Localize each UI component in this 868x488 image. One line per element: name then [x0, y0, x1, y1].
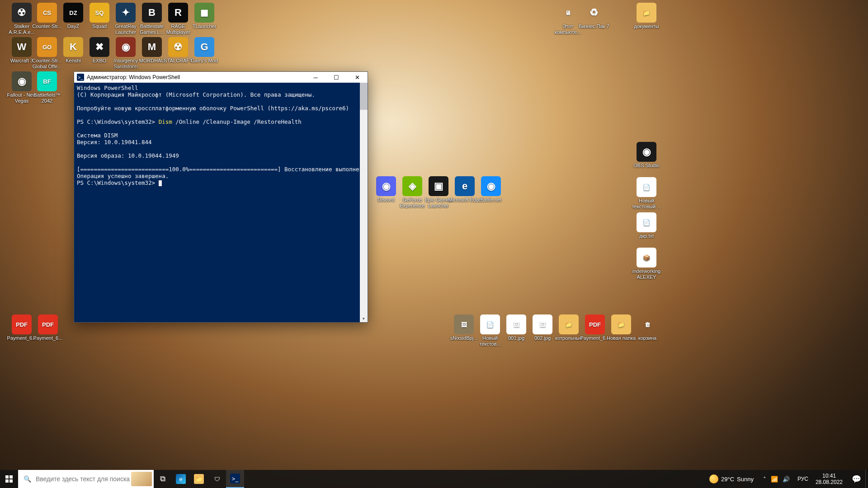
icon-label: Garry's Mod: [187, 58, 222, 64]
tray-volume-icon[interactable]: 🔊: [781, 475, 791, 483]
weather-temp: 29°C: [721, 476, 734, 483]
desktop-icon[interactable]: PDFPayment_6...: [31, 314, 65, 341]
icon-label: inderworking ALEXEY: [629, 268, 664, 280]
task-view-button[interactable]: ⧉: [154, 470, 172, 488]
desktop-icon[interactable]: 📦inderworking ALEXEY: [629, 248, 664, 280]
close-button[interactable]: ✕: [347, 72, 368, 83]
app-icon: 📄: [480, 314, 500, 334]
icon-label: Бизнес Пак 7: [577, 23, 611, 29]
term-line: Windows PowerShell: [77, 84, 138, 91]
maximize-button[interactable]: ☐: [326, 72, 347, 83]
search-decoration: [131, 472, 152, 486]
icon-label: OBS Studio: [629, 163, 664, 169]
term-line: Попробуйте новую кроссплатформенную обол…: [77, 105, 349, 112]
system-tray: 29°C Sunny ˄ 📶 🔊 РУС 10:41 28.08.2022 💬: [705, 470, 868, 488]
window-titlebar[interactable]: >_ Администратор: Windows PowerShell ─ ☐…: [74, 72, 368, 83]
powershell-icon: >_: [77, 74, 84, 81]
app-icon: B: [142, 3, 162, 23]
desktop-icon[interactable]: ◉OBS Studio: [629, 142, 664, 169]
sun-icon: [709, 474, 718, 483]
taskbar-security[interactable]: 🛡: [208, 470, 226, 488]
app-icon: M: [142, 37, 162, 57]
app-icon: K: [63, 37, 83, 57]
search-placeholder: Введите здесь текст для поиска: [36, 475, 130, 483]
app-icon: 📁: [559, 314, 579, 334]
desktop-icon[interactable]: 📄дкр.txt: [629, 212, 664, 239]
svg-rect-0: [5, 475, 9, 479]
icon-label: Payment_6...: [31, 335, 65, 341]
icon-label: документы: [629, 23, 664, 29]
cursor: [159, 180, 162, 186]
terminal-output[interactable]: Windows PowerShell (C) Корпорация Майкро…: [74, 83, 368, 322]
app-icon: ✦: [116, 3, 136, 23]
app-icon: SQ: [90, 3, 109, 23]
svg-rect-2: [5, 479, 9, 483]
app-icon: ▣: [429, 176, 448, 196]
icon-label: TLauncher: [187, 23, 222, 29]
app-icon: ◉: [116, 37, 136, 57]
desktop-icon[interactable]: ♻Бизнес Пак 7: [577, 3, 611, 29]
app-icon: R: [168, 3, 188, 23]
date: 28.08.2022: [816, 479, 843, 485]
minimize-button[interactable]: ─: [305, 72, 326, 83]
svg-rect-1: [9, 475, 13, 479]
app-icon: 📁: [637, 3, 656, 23]
window-title: Администратор: Windows PowerShell: [87, 74, 180, 80]
notifications-button[interactable]: 💬: [847, 470, 865, 488]
weather-widget[interactable]: 29°C Sunny: [705, 474, 758, 483]
app-icon: 📦: [637, 248, 656, 267]
term-line: Версия: 10.0.19041.844: [77, 139, 152, 145]
app-icon: 🖼: [533, 314, 552, 334]
app-icon: CS: [37, 3, 57, 23]
term-line: Операция успешно завершена.: [77, 173, 169, 179]
desktop-icon[interactable]: ◉Battle.net: [474, 176, 508, 203]
term-line: Версия образа: 10.0.19044.1949: [77, 152, 179, 159]
app-icon: 🗑: [637, 314, 657, 334]
language-indicator[interactable]: РУС: [795, 476, 811, 482]
search-input[interactable]: 🔍 Введите здесь текст для поиска: [18, 470, 154, 488]
app-icon: 📄: [637, 177, 656, 197]
app-icon: ◉: [376, 176, 396, 196]
show-desktop-button[interactable]: [865, 470, 868, 488]
desktop-icon[interactable]: BFBattlefield™ 2042: [30, 71, 64, 104]
tray-chevron-icon[interactable]: ˄: [762, 475, 768, 483]
tray-network-icon[interactable]: 📶: [769, 475, 779, 483]
app-icon: ◉: [637, 142, 656, 162]
taskbar-powershell[interactable]: >_: [226, 470, 244, 488]
icon-label: Battlefield™ 2042: [30, 92, 64, 104]
desktop-icon[interactable]: 📁документы: [629, 3, 664, 29]
prompt: PS C:\Windows\system32>: [77, 179, 159, 186]
app-icon: e: [455, 176, 475, 196]
weather-label: Sunny: [737, 476, 754, 483]
app-icon: ☢: [168, 37, 188, 57]
app-icon: 🖼: [454, 314, 474, 334]
app-icon: ☢: [12, 3, 32, 23]
desktop-icon[interactable]: ◼TLauncher: [187, 3, 222, 29]
icon-label: Новый текстовый ...: [629, 198, 664, 210]
app-icon: ◉: [481, 176, 501, 196]
app-icon: 📁: [611, 314, 631, 334]
svg-rect-3: [9, 479, 13, 483]
app-icon: 🖼: [506, 314, 526, 334]
app-icon: 📄: [637, 212, 656, 232]
command-args: /Online /Cleanup-Image /RestoreHealth: [172, 118, 302, 125]
prompt: PS C:\Windows\system32>: [77, 118, 159, 125]
taskbar-explorer[interactable]: 📁: [190, 470, 208, 488]
start-button[interactable]: [0, 470, 18, 488]
taskbar-edge[interactable]: e: [172, 470, 190, 488]
powershell-window[interactable]: >_ Администратор: Windows PowerShell ─ ☐…: [74, 71, 368, 323]
command: Dism: [159, 118, 172, 125]
desktop-icon[interactable]: 📄Новый текстовый ...: [629, 177, 664, 210]
clock[interactable]: 10:41 28.08.2022: [811, 473, 847, 485]
app-icon: ◼: [194, 3, 214, 23]
desktop-icon[interactable]: 🗑корзина: [630, 314, 665, 341]
app-icon: GO: [37, 37, 57, 57]
term-line: Cистема DISM: [77, 132, 118, 139]
desktop-icon[interactable]: GGarry's Mod: [187, 37, 222, 64]
app-icon: DZ: [63, 3, 83, 23]
term-line: (C) Корпорация Майкрософт (Microsoft Cor…: [77, 91, 315, 98]
icon-label: дкр.txt: [629, 233, 664, 239]
icon-label: корзина: [630, 335, 665, 341]
app-icon: ◈: [402, 176, 422, 196]
app-icon: W: [12, 37, 32, 57]
